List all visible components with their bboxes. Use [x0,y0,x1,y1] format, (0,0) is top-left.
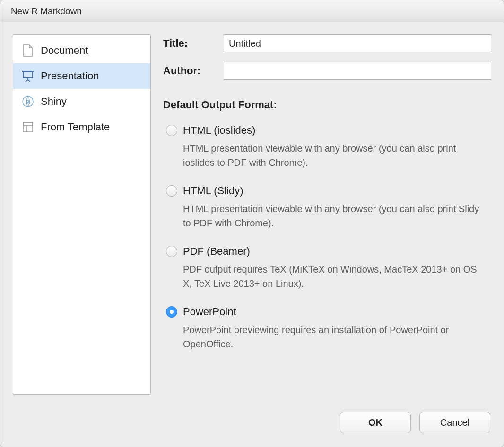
sidebar-item-document[interactable]: Document [13,38,150,63]
output-format-header: Default Output Format: [163,99,491,111]
radio-beamer[interactable] [166,246,177,257]
radio-slidy[interactable] [166,185,177,197]
document-icon [22,44,34,57]
title-row: Title: [163,34,491,52]
author-row: Author: [163,62,491,80]
format-title: PowerPoint [183,306,236,318]
dialog-title: New R Markdown [11,6,82,17]
dialog-titlebar: New R Markdown [0,0,504,22]
format-title: PDF (Beamer) [183,245,250,258]
shiny-icon: R [22,95,34,108]
svg-line-3 [26,80,28,82]
title-input[interactable] [224,34,491,52]
format-head: HTML (Slidy) [166,185,491,197]
ok-button[interactable]: OK [340,412,411,433]
format-head: PDF (Beamer) [166,245,491,258]
format-desc: HTML presentation viewable with any brow… [183,141,486,170]
format-desc: PDF output requires TeX (MiKTeX on Windo… [183,262,486,291]
dialog-footer: OK Cancel [0,412,504,447]
svg-rect-0 [23,71,33,78]
format-option-ioslides: HTML (ioslides) HTML presentation viewab… [163,124,491,170]
new-rmarkdown-dialog: New R Markdown Document [0,0,504,447]
radio-powerpoint[interactable] [166,306,177,318]
sidebar-item-label: From Template [41,121,110,133]
radio-ioslides[interactable] [166,125,177,136]
presentation-icon [22,70,34,82]
sidebar-item-shiny[interactable]: R Shiny [13,89,150,114]
format-option-powerpoint: PowerPoint PowerPoint previewing require… [163,306,491,351]
dialog-body: Document Presentation [0,22,504,412]
svg-rect-8 [23,122,33,126]
svg-text:R: R [26,98,30,105]
cancel-button[interactable]: Cancel [419,412,490,433]
author-label: Author: [163,65,224,77]
author-input[interactable] [224,62,491,80]
sidebar-item-label: Shiny [41,95,67,108]
svg-line-4 [28,80,30,82]
sidebar-item-presentation[interactable]: Presentation [13,63,150,89]
sidebar-item-from-template[interactable]: From Template [13,114,150,140]
format-option-beamer: PDF (Beamer) PDF output requires TeX (Mi… [163,245,491,291]
format-head: HTML (ioslides) [166,124,491,137]
format-head: PowerPoint [166,306,491,318]
main-panel: Title: Author: Default Output Format: HT… [163,34,491,399]
format-title: HTML (ioslides) [183,124,255,137]
title-label: Title: [163,37,224,50]
template-icon [22,121,34,133]
format-desc: HTML presentation viewable with any brow… [183,202,486,230]
sidebar-item-label: Document [41,44,88,57]
format-desc: PowerPoint previewing requires an instal… [183,323,486,351]
svg-rect-7 [23,122,33,132]
sidebar: Document Presentation [13,34,151,395]
format-option-slidy: HTML (Slidy) HTML presentation viewable … [163,185,491,230]
sidebar-item-label: Presentation [41,70,99,82]
format-title: HTML (Slidy) [183,185,243,197]
